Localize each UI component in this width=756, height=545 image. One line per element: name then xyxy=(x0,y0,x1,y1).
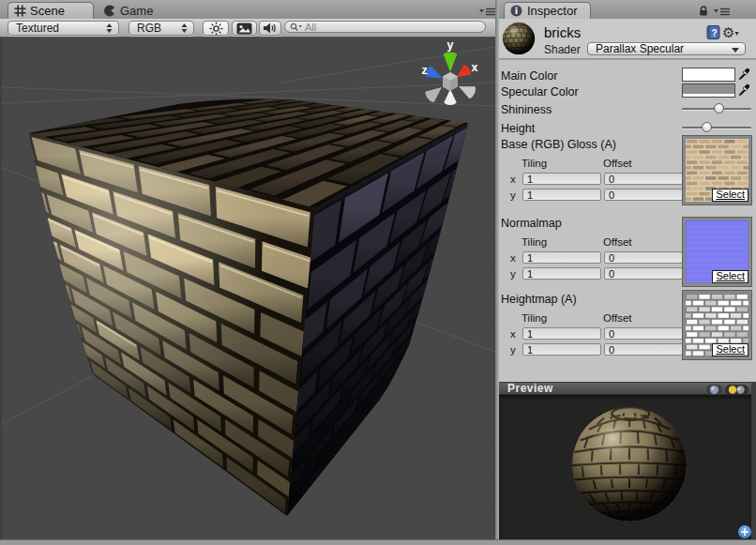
svg-text:x: x xyxy=(472,61,478,74)
svg-text:z: z xyxy=(421,64,427,77)
svg-text:y: y xyxy=(447,38,454,52)
svg-text:?: ? xyxy=(712,28,718,38)
